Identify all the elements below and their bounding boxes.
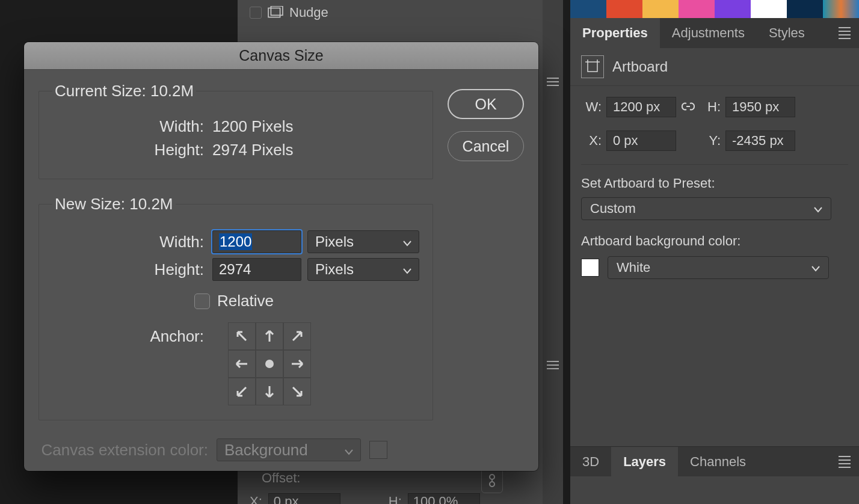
current-size-fieldset: Current Size: 10.2M Width: 1200 Pixels H… <box>38 82 433 179</box>
new-width-input[interactable]: 1200 <box>212 230 301 253</box>
h-input[interactable]: 1950 px <box>725 97 795 117</box>
bg-layer-label: Nudge <box>289 5 328 20</box>
anchor-center[interactable] <box>256 350 283 378</box>
y-input[interactable]: -2435 px <box>725 131 795 151</box>
w-label: W: <box>581 99 602 115</box>
canvas-extension-row: Canvas extension color: Background <box>38 438 433 461</box>
anchor-center-dot-icon <box>265 360 274 368</box>
bg-layer-row: Nudge <box>238 2 562 23</box>
anchor-se[interactable] <box>283 378 311 405</box>
anchor-s[interactable] <box>256 378 283 405</box>
svg-rect-2 <box>268 8 280 17</box>
cancel-button[interactable]: Cancel <box>448 131 524 161</box>
artboard-icon <box>581 55 604 78</box>
panel-menu-icon[interactable] <box>839 25 851 41</box>
new-size-fieldset: New Size: 10.2M Width: 1200 Pixels Heigh… <box>38 195 433 420</box>
bgcolor-label: Artboard background color: <box>581 233 848 249</box>
bg-bottom-row2: X: 0 px H: 100.0% <box>250 493 480 504</box>
drag-handle-icon <box>547 75 559 88</box>
new-height-input[interactable]: 2974 <box>212 258 301 281</box>
svg-point-5 <box>490 482 494 487</box>
y-label: Y: <box>700 133 721 149</box>
tab-adjustments[interactable]: Adjustments <box>660 18 757 48</box>
tab-properties[interactable]: Properties <box>570 18 660 48</box>
bottom-panel-tabs: 3D Layers Channels <box>570 446 859 476</box>
new-size-legend: New Size: 10.2M <box>52 195 176 214</box>
h-label: H: <box>700 99 721 115</box>
anchor-ne[interactable] <box>283 322 311 350</box>
tab-styles[interactable]: Styles <box>757 18 817 48</box>
tab-layers[interactable]: Layers <box>611 447 678 476</box>
current-size-legend: Current Size: 10.2M <box>52 82 196 100</box>
relative-label: Relative <box>217 292 274 310</box>
current-height-value: 2974 Pixels <box>212 141 293 159</box>
drag-handle-icon <box>547 358 559 372</box>
canvas-extension-label: Canvas extension color: <box>38 441 208 459</box>
chevron-down-icon <box>814 201 822 217</box>
artboard-title: Artboard <box>612 58 668 75</box>
chevron-down-icon <box>403 261 411 278</box>
height-unit-dropdown[interactable]: Pixels <box>307 258 419 281</box>
anchor-nw[interactable] <box>228 322 256 350</box>
bgcolor-swatch[interactable] <box>581 259 599 277</box>
anchor-label: Anchor: <box>52 322 204 346</box>
drag-handle-bar[interactable] <box>543 0 563 504</box>
bg-checkbox[interactable] <box>250 7 262 19</box>
anchor-e[interactable] <box>283 350 311 378</box>
w-input[interactable]: 1200 px <box>606 97 676 117</box>
anchor-grid <box>228 322 311 405</box>
current-height-label: Height: <box>52 141 204 159</box>
anchor-sw[interactable] <box>228 378 256 405</box>
new-height-label: Height: <box>52 260 204 279</box>
canvas-size-dialog: Canvas Size Current Size: 10.2M Width: 1… <box>24 42 538 471</box>
dialog-title: Canvas Size <box>24 42 538 70</box>
ok-button[interactable]: OK <box>448 89 524 119</box>
tab-3d[interactable]: 3D <box>570 447 611 476</box>
new-width-label: Width: <box>52 233 204 251</box>
current-width-value: 1200 Pixels <box>212 117 293 136</box>
panel-menu-icon[interactable] <box>839 453 851 470</box>
tab-channels[interactable]: Channels <box>678 447 758 476</box>
thumbnail-strip <box>570 0 859 18</box>
x-input[interactable]: 0 px <box>606 131 676 151</box>
x-label: X: <box>250 494 262 504</box>
chevron-down-icon <box>345 441 353 459</box>
anchor-n[interactable] <box>256 322 283 350</box>
h-label: H: <box>389 494 402 504</box>
bgcolor-dropdown[interactable]: White <box>608 256 829 279</box>
panel-tabs: Properties Adjustments Styles <box>570 18 859 48</box>
svg-rect-3 <box>271 6 283 15</box>
preset-dropdown[interactable]: Custom <box>581 197 831 220</box>
relative-checkbox[interactable] <box>194 293 210 309</box>
current-width-label: Width: <box>52 117 204 136</box>
link-dimensions-icon[interactable] <box>676 99 700 115</box>
preset-label: Set Artboard to Preset: <box>581 176 848 191</box>
chevron-down-icon <box>403 233 411 250</box>
anchor-w[interactable] <box>228 350 256 378</box>
canvas-extension-swatch <box>369 441 387 459</box>
chevron-down-icon <box>811 260 820 275</box>
document-icon <box>268 5 283 20</box>
properties-panel: Properties Adjustments Styles Artboard W… <box>570 0 859 504</box>
x-label: X: <box>581 133 602 149</box>
h-value-input[interactable]: 100.0% <box>408 493 480 504</box>
svg-point-4 <box>490 475 494 479</box>
svg-rect-7 <box>588 62 597 72</box>
x-value-input[interactable]: 0 px <box>268 493 340 504</box>
canvas-extension-dropdown: Background <box>217 438 361 461</box>
relative-checkbox-wrap[interactable]: Relative <box>194 292 419 310</box>
width-unit-dropdown[interactable]: Pixels <box>307 230 419 253</box>
